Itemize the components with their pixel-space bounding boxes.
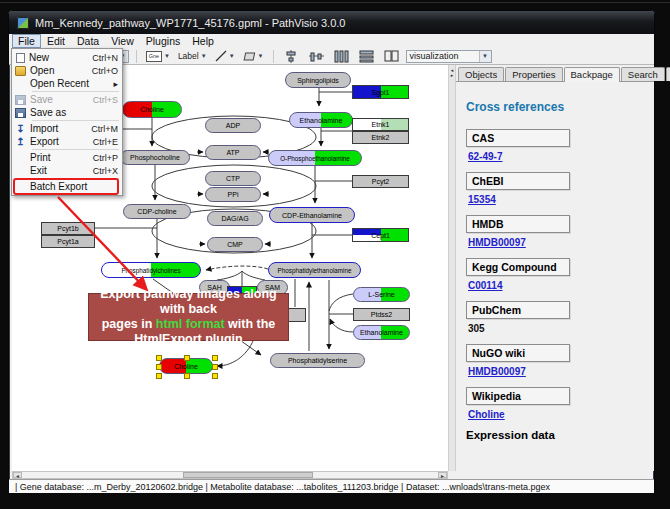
crossref-sections: CAS62-49-7ChEBI15354HMDBHMDB00097Kegg Co… [466, 128, 644, 420]
scroll-left-icon[interactable]: ◄ [13, 472, 22, 478]
menu-shortcut: Ctrl+S [93, 95, 118, 105]
callout-line1: Export pathway images along with back [100, 287, 276, 316]
node-label: Phosphocholine [130, 154, 180, 161]
pathway-node-cmp[interactable]: CMP [207, 237, 263, 252]
pathway-node-pcyt2[interactable]: Pcyt2 [352, 175, 409, 188]
pathvisio-window: Mm_Kennedy_pathway_WP1771_45176.gpml - P… [8, 10, 655, 491]
pathway-node-atp[interactable]: ATP [205, 145, 261, 160]
chevron-down-icon[interactable]: ▼ [164, 53, 170, 59]
crossref-source-label: ChEBI [466, 172, 570, 190]
menu-data[interactable]: Data [71, 35, 105, 48]
add-line-button[interactable]: ▼ [213, 49, 237, 63]
node-label: Choline [174, 363, 198, 370]
pathway-node-phosphatidylcholines[interactable]: Phosphatidylcholines [101, 262, 201, 278]
pathway-node-etnk2[interactable]: Etnk2 [352, 131, 409, 144]
pathway-node-sphingolipids[interactable]: Sphingolipids [285, 72, 351, 88]
node-label: Sphingolipids [297, 77, 339, 84]
menu-item-export[interactable]: ↥ExportCtrl+E [12, 135, 122, 148]
pathway-node-pcyt1a[interactable]: Pcyt1a [41, 235, 95, 248]
crossref-link[interactable]: C00114 [468, 280, 644, 291]
node-label: O-Phosphoethanolamine [280, 155, 350, 162]
pathway-node-sgpl1[interactable]: Sgpl1 [352, 85, 409, 99]
align-center-y-icon[interactable] [309, 50, 324, 63]
menu-file[interactable]: File [12, 34, 41, 48]
crossref-link[interactable]: HMDB00097 [468, 237, 644, 248]
crossref-link[interactable]: Choline [468, 409, 644, 420]
pathway-node-o-phosphoethanolamine[interactable]: O-Phosphoethanolamine [268, 150, 362, 166]
tab-legend[interactable]: Legend [666, 67, 670, 81]
pathway-node-etnk1[interactable]: Etnk1 [352, 118, 409, 131]
align-center-x-icon[interactable] [284, 50, 299, 63]
scroll-right-icon[interactable]: ► [438, 472, 447, 478]
menu-item-open[interactable]: OpenCtrl+O [12, 64, 122, 77]
export-icon: ↥ [15, 137, 26, 147]
pathway-node-phosphatidylethanolamine[interactable]: Phosphatidylethanolamine [268, 262, 361, 278]
pathway-node-pcyt1b[interactable]: Pcyt1b [41, 222, 95, 235]
pathway-node-ethanolamine[interactable]: Ethanolamine [353, 325, 410, 340]
node-label: CTP [226, 175, 240, 182]
menu-item-save-as[interactable]: Save as [12, 106, 122, 119]
crossref-link[interactable]: 15354 [468, 194, 644, 205]
pathway-node-choline[interactable]: Choline [122, 101, 182, 118]
save-as-icon [15, 108, 26, 118]
menu-separator [32, 91, 119, 92]
menu-item-open-recent[interactable]: Open Recent▸ [12, 77, 122, 90]
pathway-node-ethanolamine[interactable]: Ethanolamine [289, 112, 353, 128]
crossref-link[interactable]: HMDB00097 [468, 366, 644, 377]
menu-item-new[interactable]: NewCtrl+N [12, 51, 122, 64]
match-size-icon[interactable] [384, 50, 399, 63]
callout-highlight: html format [156, 317, 225, 331]
horizontal-scrollbar[interactable]: ◄ ► [12, 471, 448, 479]
menu-item-label: Open [30, 65, 92, 76]
distribute-vertical-icon[interactable] [359, 50, 374, 63]
scrollbar-thumb[interactable] [183, 472, 313, 478]
splitpane-divider[interactable]: ◂▸ [448, 65, 456, 471]
visualization-combobox[interactable]: visualization ▼ [406, 50, 492, 63]
menu-shortcut: Ctrl+P [93, 153, 118, 163]
frame-artifact [0, 2, 670, 3]
add-datanode-button[interactable]: Gne ▼ [144, 49, 172, 63]
chevron-down-icon[interactable]: ▼ [258, 53, 264, 59]
menu-plugins[interactable]: Plugins [140, 35, 186, 48]
pathway-node-ppi[interactable]: PPi [205, 187, 261, 202]
submenu-arrow-icon: ▸ [113, 79, 118, 89]
menu-view[interactable]: View [105, 35, 140, 48]
import-icon: ↧ [15, 124, 26, 134]
pathway-node-ctp[interactable]: CTP [205, 171, 261, 186]
menu-item-print[interactable]: PrintCtrl+P [12, 151, 122, 164]
crossref-source-label: Kegg Compound [466, 258, 570, 276]
menu-help[interactable]: Help [186, 35, 220, 48]
crossref-section-cas: CAS62-49-7 [466, 128, 644, 162]
pathway-node-l-serine[interactable]: L-Serine [353, 287, 410, 302]
crossref-link[interactable]: 62-49-7 [468, 151, 644, 162]
pathway-node-adp[interactable]: ADP [205, 118, 261, 133]
pathway-node-cdp-choline[interactable]: CDP-choline [123, 204, 191, 219]
pathway-node-choline[interactable]: Choline [159, 358, 213, 374]
menu-item-exit[interactable]: ExitCtrl+X [12, 164, 122, 177]
pathway-node-dag-ag[interactable]: DAG/AG [207, 211, 263, 226]
tab-search[interactable]: Search [621, 67, 665, 81]
distribute-horizontal-icon[interactable] [334, 50, 349, 63]
menu-item-import[interactable]: ↧ImportCtrl+M [12, 122, 122, 135]
chevron-down-icon[interactable]: ▼ [201, 53, 207, 59]
pathway-node-cdp-ethanolamine[interactable]: CDP-Ethanolamine [269, 207, 355, 223]
new-document-icon [16, 53, 25, 63]
add-label-button[interactable]: Label ▼ [176, 49, 209, 63]
node-label: Pcyt1b [57, 225, 78, 232]
tab-objects[interactable]: Objects [458, 67, 504, 81]
tab-properties[interactable]: Properties [505, 67, 562, 81]
batch-export-highlight-box [13, 178, 119, 195]
pathway-node-phosphatidylserine[interactable]: Phosphatidylserine [270, 353, 365, 368]
expression-data-heading: Expression data [466, 429, 644, 441]
title-bar[interactable]: Mm_Kennedy_pathway_WP1771_45176.gpml - P… [9, 11, 654, 34]
add-shape-button[interactable]: ▼ [241, 49, 266, 63]
pathway-node-ptdss2[interactable]: Ptdss2 [353, 308, 410, 321]
menu-shortcut: Ctrl+N [92, 53, 118, 63]
backpage-content: Cross references CAS62-49-7ChEBI15354HMD… [456, 82, 654, 441]
menu-edit[interactable]: Edit [41, 35, 71, 48]
pathway-node-cept1[interactable]: Cept1 [352, 228, 409, 242]
chevron-down-icon[interactable]: ▼ [479, 51, 491, 62]
pathway-node-phosphocholine[interactable]: Phosphocholine [120, 150, 190, 165]
chevron-down-icon[interactable]: ▼ [229, 53, 235, 59]
tab-backpage[interactable]: Backpage [564, 67, 620, 82]
